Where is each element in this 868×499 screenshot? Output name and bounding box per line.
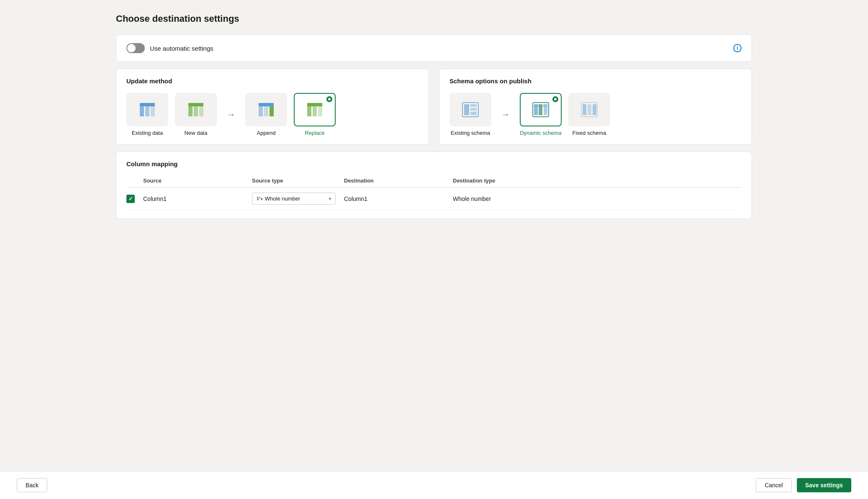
right-buttons: Cancel Save settings [756,478,851,492]
svg-rect-20 [470,112,477,115]
schema-options-card: Schema options on publish Existing schem… [439,69,752,145]
option-existing-schema[interactable]: Existing schema [449,93,491,136]
svg-rect-17 [464,104,469,115]
arrow-2: → [501,110,510,119]
row-checkbox[interactable] [126,195,143,203]
svg-rect-25 [534,104,547,107]
option-new-data[interactable]: New data [175,93,217,136]
column-mapping-card: Column mapping Source Source type Destin… [116,152,752,219]
chevron-down-icon: ▾ [329,196,331,201]
bottom-bar: Back Cancel Save settings [0,471,868,499]
svg-rect-3 [140,103,155,106]
svg-rect-11 [259,103,274,106]
info-icon[interactable]: i [733,44,742,52]
col-header-source-type: Source type [252,177,344,184]
svg-rect-15 [307,103,322,106]
update-method-title: Update method [126,77,419,85]
col-header-destination-type: Destination type [453,177,742,184]
back-button[interactable]: Back [17,478,47,492]
dynamic-schema-label: Dynamic schema [520,130,562,136]
destination-type-value: Whole number [453,195,742,202]
col-header-checkbox [126,177,143,184]
option-replace[interactable]: Replace [294,93,336,136]
type-icon: 1²₃ [257,196,262,201]
col-header-source: Source [143,177,252,184]
option-fixed-schema[interactable]: Fixed schema [568,93,610,136]
toggle-label: Use automatic settings [150,45,213,52]
schema-options-title: Schema options on publish [449,77,742,85]
table-row: Column1 1²₃ Whole number ▾ Column1 Whole… [126,188,742,210]
new-data-label: New data [185,130,208,136]
svg-rect-7 [188,103,203,106]
cancel-button[interactable]: Cancel [756,478,792,492]
col-header-destination: Destination [344,177,453,184]
automatic-settings-card: Use automatic settings i [116,34,752,62]
existing-schema-label: Existing schema [451,130,490,136]
append-label: Append [257,130,276,136]
svg-rect-19 [470,108,477,111]
option-append[interactable]: Append [245,93,287,136]
svg-rect-29 [593,104,596,115]
svg-rect-27 [583,104,586,115]
option-dynamic-schema[interactable]: Dynamic schema [520,93,562,136]
arrow-1: → [227,110,235,119]
svg-rect-28 [588,104,591,115]
source-type-dropdown[interactable]: 1²₃ Whole number ▾ [252,193,344,205]
table-header: Source Source type Destination Destinati… [126,174,742,188]
source-column: Column1 [143,195,252,202]
source-type-value: Whole number [265,195,300,202]
save-button[interactable]: Save settings [797,478,851,492]
option-existing-data[interactable]: Existing data [126,93,168,136]
update-method-card: Update method Existing data [116,69,429,145]
column-mapping-title: Column mapping [126,160,742,167]
existing-data-label: Existing data [132,130,163,136]
replace-label: Replace [305,130,325,136]
automatic-settings-toggle[interactable] [126,43,145,53]
page-title: Choose destination settings [116,13,752,24]
fixed-schema-label: Fixed schema [573,130,606,136]
destination-column: Column1 [344,195,453,202]
svg-rect-18 [470,104,477,107]
